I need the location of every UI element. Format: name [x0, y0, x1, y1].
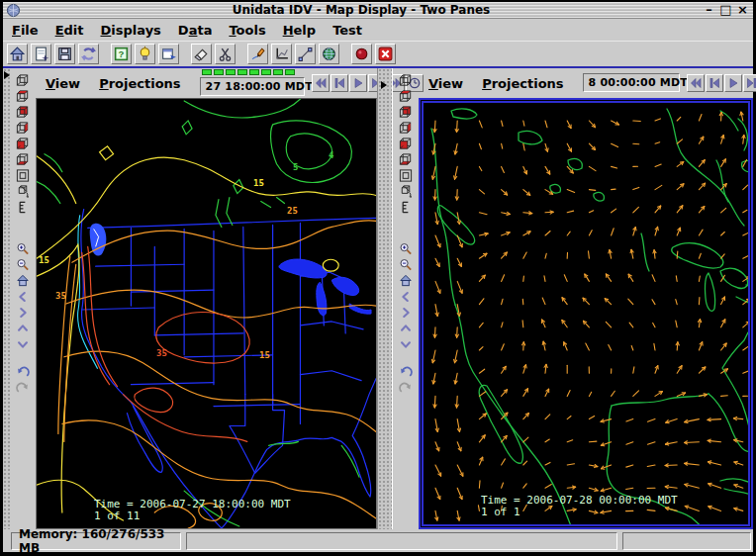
pan-left-button[interactable]	[14, 289, 33, 304]
map-display-right[interactable]: Time = 2006-07-28 00:00:00 MDT 1 of 1	[422, 101, 750, 526]
menu-help[interactable]: Help	[283, 23, 316, 38]
go-to-first-button[interactable]	[312, 74, 330, 92]
timeline-step[interactable]	[285, 69, 295, 75]
cube-rotate-button[interactable]	[14, 184, 33, 199]
menu-displays[interactable]: Displays	[101, 23, 161, 38]
cube-top-button[interactable]	[397, 89, 416, 104]
vertical-ruler-button[interactable]	[14, 200, 33, 215]
reload-button[interactable]	[78, 44, 99, 64]
cube-wire-button[interactable]	[397, 73, 416, 88]
cube-back-button[interactable]	[14, 105, 33, 120]
undo-button[interactable]	[397, 366, 416, 381]
go-to-first-button[interactable]	[687, 74, 705, 92]
map-display-left[interactable]: 15152535351554 Time = 2006-07-27 18:00:0…	[36, 98, 377, 529]
projections-menu[interactable]: Projections	[99, 76, 180, 91]
projections-menu[interactable]: Projections	[482, 76, 563, 91]
play-button[interactable]	[349, 74, 367, 92]
menu-tools[interactable]: Tools	[229, 23, 265, 38]
home-view-button[interactable]	[14, 273, 33, 288]
cube-top-button[interactable]	[14, 89, 33, 104]
save-button[interactable]	[54, 44, 75, 64]
zoom-out-button[interactable]	[397, 257, 416, 272]
cube-right-button[interactable]	[397, 121, 416, 136]
pan-up-button[interactable]	[14, 321, 33, 335]
timeline-step[interactable]	[202, 69, 212, 75]
pan-right-button[interactable]	[14, 305, 33, 320]
chart-button[interactable]	[271, 44, 292, 64]
drawing-button[interactable]	[247, 44, 268, 64]
menu-data[interactable]: Data	[178, 23, 213, 38]
maximize-button[interactable]: □	[718, 3, 733, 18]
zoom-in-button[interactable]	[397, 241, 416, 256]
pane-header-left: View Projections 27 18:00:00 MDT	[36, 68, 377, 98]
cut-button[interactable]	[215, 44, 236, 64]
cube-rotate-button[interactable]	[397, 184, 416, 199]
zoom-out-button[interactable]	[14, 257, 33, 272]
pan-down-button[interactable]	[14, 336, 33, 351]
cube-wire-button[interactable]	[14, 73, 33, 88]
new-display-button[interactable]	[31, 44, 51, 64]
minimize-button[interactable]: –	[702, 3, 716, 18]
timeline-step[interactable]	[273, 69, 283, 75]
cube-bottom-button[interactable]	[397, 152, 416, 167]
cancel-button[interactable]	[375, 44, 396, 64]
pan-right-button[interactable]	[397, 305, 416, 320]
show-displays-button[interactable]	[135, 44, 155, 64]
home-view-button[interactable]	[397, 273, 416, 288]
left-splitter[interactable]	[3, 68, 10, 529]
time-dropdown-value: 8 00:00:00 MDT	[589, 76, 688, 89]
cube-front-button[interactable]	[397, 137, 416, 151]
cube-front-icon	[398, 137, 414, 151]
cube-right-button[interactable]	[14, 121, 33, 136]
menu-test[interactable]: Test	[332, 23, 362, 38]
title-bar[interactable]: Unidata IDV - Map Display - Two Panes – …	[3, 2, 753, 19]
redo-button[interactable]	[14, 382, 33, 397]
step-forward-button[interactable]	[743, 74, 756, 92]
home-button[interactable]	[7, 44, 28, 64]
step-back-button[interactable]	[331, 74, 348, 92]
step-back-icon	[708, 76, 721, 90]
menu-edit[interactable]: Edit	[55, 23, 84, 38]
time-dropdown[interactable]: 27 18:00:00 MDT	[200, 77, 305, 96]
view-menu[interactable]: View	[46, 76, 80, 91]
zoom-in-button[interactable]	[14, 241, 33, 256]
cube-bottom-button[interactable]	[14, 152, 33, 167]
step-back-icon	[332, 76, 346, 90]
splitter-collapse-arrow[interactable]	[381, 81, 387, 89]
timeline-step[interactable]	[237, 69, 247, 75]
timeline-step[interactable]	[261, 69, 271, 75]
view-menu[interactable]: View	[428, 76, 463, 91]
show-displays-icon	[137, 46, 153, 62]
timeline-step[interactable]	[226, 69, 236, 75]
redo-button[interactable]	[397, 382, 416, 397]
pan-left-button[interactable]	[397, 289, 416, 304]
step-back-button[interactable]	[706, 74, 723, 92]
animation-timeline[interactable]	[202, 69, 305, 76]
play-button[interactable]	[724, 74, 742, 92]
close-button[interactable]: ×	[735, 3, 750, 18]
pan-down-icon	[399, 337, 413, 351]
pan-down-button[interactable]	[397, 336, 416, 351]
erase-icon	[193, 46, 210, 62]
show-dashboard-button[interactable]	[158, 44, 179, 64]
erase-button[interactable]	[191, 44, 212, 64]
pane-splitter[interactable]	[377, 68, 393, 529]
timeline-step[interactable]	[249, 69, 259, 75]
step-forward-icon	[745, 76, 756, 90]
record-button[interactable]	[351, 44, 372, 64]
box-2d-button[interactable]	[14, 168, 33, 183]
profile-button[interactable]	[295, 44, 316, 64]
menu-file[interactable]: File	[12, 23, 39, 38]
time-dropdown[interactable]: 8 00:00:00 MDT	[583, 73, 680, 92]
box-2d-button[interactable]	[397, 168, 416, 183]
cube-front-button[interactable]	[14, 137, 33, 151]
timeline-step[interactable]	[214, 69, 224, 75]
vertical-ruler-button[interactable]	[397, 200, 416, 215]
globe-button[interactable]	[319, 44, 339, 64]
window-menu-icon[interactable]	[6, 3, 21, 18]
contour-label: 15	[39, 255, 49, 265]
field-selector-button[interactable]: ?	[111, 44, 132, 64]
cube-back-button[interactable]	[397, 105, 416, 120]
undo-button[interactable]	[14, 366, 33, 381]
pan-up-button[interactable]	[397, 321, 416, 335]
